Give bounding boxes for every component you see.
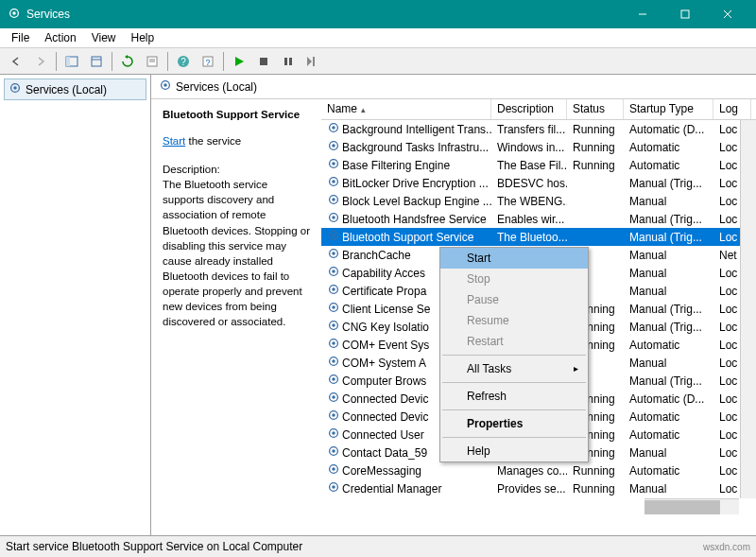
pane-header: Services (Local) — [151, 75, 756, 99]
minimize-button[interactable] — [621, 0, 663, 28]
cell-description: The WBENG... — [491, 194, 567, 209]
menu-separator — [442, 437, 586, 438]
tree-item-services-local[interactable]: Services (Local) — [4, 78, 146, 100]
service-name-text: Connected Devic — [342, 410, 428, 424]
svg-point-30 — [332, 162, 335, 165]
scroll-thumb[interactable] — [644, 500, 720, 514]
service-row[interactable]: Background Tasks Infrastru...Windows in.… — [321, 138, 756, 156]
menu-help[interactable]: Help — [124, 29, 163, 46]
svg-rect-17 — [260, 58, 267, 65]
service-row[interactable]: Background Intelligent Trans...Transfers… — [321, 120, 756, 138]
context-menu: StartStopPauseResumeRestartAll Tasks▸Ref… — [439, 247, 589, 462]
start-service-button[interactable] — [228, 50, 250, 73]
nav-back-button[interactable] — [5, 50, 27, 73]
status-text: Start service Bluetooth Support Service … — [6, 540, 302, 553]
cell-description: BDESVC hos... — [491, 176, 567, 191]
column-description[interactable]: Description — [491, 99, 567, 119]
service-row[interactable]: Bluetooth Handsfree ServiceEnables wir..… — [321, 210, 756, 228]
window-title: Services — [26, 8, 621, 21]
cell-startup-type: Automatic — [624, 409, 713, 425]
cell-name: Block Level Backup Engine ... — [321, 192, 491, 210]
cell-name: Background Intelligent Trans... — [321, 120, 491, 138]
svg-rect-8 — [92, 57, 101, 66]
properties-button[interactable] — [141, 50, 163, 73]
submenu-arrow-icon: ▸ — [574, 363, 578, 374]
service-name-text: COM+ Event Sys — [342, 339, 429, 352]
gear-icon — [327, 211, 340, 227]
menu-file[interactable]: File — [4, 29, 37, 46]
service-name-text: Contact Data_59 — [342, 446, 427, 460]
service-row[interactable]: Bluetooth Support ServiceThe Bluetoo...M… — [321, 228, 756, 246]
service-name-text: Background Tasks Infrastru... — [342, 141, 489, 154]
svg-point-24 — [163, 83, 167, 87]
restart-service-button[interactable] — [301, 50, 324, 73]
service-name-text: Bluetooth Support Service — [342, 231, 473, 244]
cell-startup-type: Manual (Trig... — [624, 374, 713, 389]
gear-icon — [159, 78, 172, 95]
cell-startup-type: Manual (Trig... — [624, 212, 713, 227]
cell-description: Transfers fil... — [491, 122, 567, 137]
menu-item-all-tasks[interactable]: All Tasks▸ — [440, 358, 588, 379]
stop-service-button[interactable] — [252, 50, 275, 73]
gear-icon — [327, 301, 340, 317]
column-startup-type[interactable]: Startup Type — [624, 99, 713, 119]
column-status[interactable]: Status — [567, 99, 624, 119]
menu-item-refresh[interactable]: Refresh — [440, 386, 588, 407]
cell-status — [567, 183, 624, 184]
svg-point-64 — [332, 467, 335, 471]
column-log-on-as[interactable]: Log — [713, 99, 751, 119]
svg-text:?: ? — [205, 58, 210, 67]
nav-forward-button[interactable] — [29, 50, 52, 73]
gear-icon — [327, 444, 340, 461]
menu-item-start[interactable]: Start — [440, 248, 588, 269]
cell-description: Windows in... — [491, 140, 567, 155]
gear-icon — [9, 81, 22, 97]
refresh-button[interactable] — [116, 50, 139, 73]
service-name-text: BranchCache — [342, 249, 411, 262]
menu-view[interactable]: View — [84, 29, 124, 46]
service-row[interactable]: Base Filtering EngineThe Base Fil...Runn… — [321, 156, 756, 174]
service-name-text: Bluetooth Handsfree Service — [342, 213, 487, 226]
svg-point-46 — [332, 305, 335, 309]
svg-point-60 — [332, 431, 335, 435]
column-name[interactable]: Name — [321, 99, 491, 119]
svg-point-52 — [332, 359, 335, 363]
svg-point-22 — [13, 86, 17, 90]
cell-status — [567, 236, 624, 238]
export-list-button[interactable] — [85, 50, 108, 73]
toolbar: ? ? — [0, 48, 756, 75]
menu-item-properties[interactable]: Properties — [440, 413, 588, 434]
service-row[interactable]: CoreMessagingManages co...RunningAutomat… — [321, 461, 756, 479]
cell-status: Running — [567, 463, 624, 479]
svg-point-50 — [332, 341, 335, 345]
svg-point-1 — [12, 11, 16, 15]
menu-action[interactable]: Action — [37, 29, 83, 46]
help2-button[interactable]: ? — [197, 50, 219, 73]
cell-startup-type: Manual — [624, 248, 713, 263]
svg-point-40 — [332, 252, 335, 255]
status-bar: Start service Bluetooth Support Service … — [0, 535, 756, 557]
start-service-link[interactable]: Start — [163, 135, 185, 147]
horizontal-scrollbar[interactable] — [644, 498, 739, 514]
service-row[interactable]: Block Level Backup Engine ...The WBENG..… — [321, 192, 756, 210]
help-button[interactable]: ? — [172, 50, 195, 73]
service-name-text: Certificate Propa — [342, 285, 426, 298]
menu-item-stop: Stop — [440, 269, 588, 289]
service-row[interactable]: Credential ManagerProvides se...RunningM… — [321, 479, 756, 497]
gear-icon — [327, 265, 340, 281]
cell-status: Running — [567, 158, 624, 173]
gear-icon — [327, 247, 340, 263]
close-button[interactable] — [706, 0, 748, 28]
cell-description: The Base Fil... — [491, 158, 567, 173]
pause-service-button[interactable] — [277, 50, 300, 73]
maximize-button[interactable] — [663, 0, 706, 28]
service-name-text: Capability Acces — [342, 267, 425, 280]
show-hide-tree-button[interactable] — [60, 50, 83, 73]
service-row[interactable]: BitLocker Drive Encryption ...BDESVC hos… — [321, 174, 756, 192]
vertical-scrollbar[interactable] — [740, 120, 756, 498]
menu-item-help[interactable]: Help — [440, 441, 588, 461]
gear-icon — [327, 426, 340, 443]
console-tree: Services (Local) — [0, 75, 151, 535]
cell-startup-type: Manual — [624, 356, 713, 371]
service-name-text: COM+ System A — [342, 357, 426, 370]
